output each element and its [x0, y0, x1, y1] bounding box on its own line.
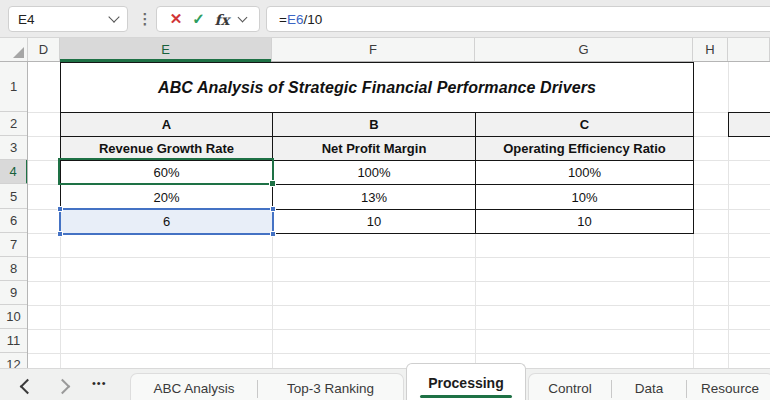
header-cell-c[interactable]: C — [475, 112, 694, 137]
excel-window: E4 ⋮ ✕ ✓ fx =E6/10 D E F G H 1 2 3 — [0, 0, 770, 400]
sheet-tab-group-right: Control Data Resource — [528, 373, 770, 400]
gridline — [28, 281, 770, 282]
column-headers: D E F G H — [0, 38, 770, 62]
worksheet-grid: D E F G H 1 2 3 4 5 6 7 8 9 10 11 12 — [0, 38, 770, 368]
cell-e5[interactable]: 20% — [60, 184, 273, 210]
row-header-1[interactable]: 1 — [0, 62, 27, 112]
column-header-h[interactable]: H — [693, 38, 728, 61]
gridline — [28, 305, 770, 306]
row-header-4[interactable]: 4 — [0, 160, 28, 184]
sheet-tab-bar: ••• ABC Analysis Top-3 Ranking Processin… — [0, 368, 770, 400]
sheet-tab-processing[interactable]: Processing — [406, 363, 526, 400]
name-box[interactable]: E4 — [8, 6, 128, 32]
sheet-tab-resource[interactable]: Resource — [687, 374, 770, 400]
all-sheets-icon[interactable]: ••• — [92, 377, 107, 389]
row-header-11[interactable]: 11 — [0, 329, 27, 353]
row-header-7[interactable]: 7 — [0, 233, 27, 257]
reference-handle[interactable] — [57, 206, 63, 212]
row-header-9[interactable]: 9 — [0, 281, 27, 305]
select-all-icon — [13, 47, 24, 58]
function-dropdown-icon[interactable] — [238, 12, 248, 22]
formula-text: =E6/10 — [279, 12, 322, 27]
name-box-value: E4 — [18, 12, 35, 27]
formula-cell-reference: E6 — [287, 12, 304, 27]
sheet-tab-control[interactable]: Control — [529, 374, 611, 400]
formula-bar-options-icon[interactable]: ⋮ — [136, 0, 154, 38]
gridline — [28, 353, 770, 354]
header-cell-a[interactable]: A — [60, 112, 273, 137]
row-header-8[interactable]: 8 — [0, 257, 27, 281]
reference-handle[interactable] — [270, 206, 276, 212]
row-header-6[interactable]: 6 — [0, 209, 27, 233]
cell-g4[interactable]: 100% — [475, 160, 694, 185]
header-cell-revenue-growth-rate[interactable]: Revenue Growth Rate — [60, 136, 273, 161]
sheet-tab-top-3-ranking[interactable]: Top-3 Ranking — [258, 374, 403, 400]
gridline — [28, 257, 770, 258]
cell-f6[interactable]: 10 — [272, 209, 476, 234]
row-header-12[interactable]: 12 — [0, 353, 27, 368]
header-cell-net-profit-margin[interactable]: Net Profit Margin — [272, 136, 476, 161]
prev-sheet-icon[interactable] — [20, 379, 36, 395]
reference-handle[interactable] — [57, 231, 63, 237]
row-headers: 1 2 3 4 5 6 7 8 9 10 11 12 — [0, 62, 28, 368]
row-header-2[interactable]: 2 — [0, 112, 27, 136]
select-all-button[interactable] — [0, 38, 28, 61]
table-title-cell[interactable]: ABC Analysis of Strategic Financial Perf… — [60, 62, 694, 113]
row-header-3[interactable]: 3 — [0, 136, 27, 160]
next-sheet-icon[interactable] — [55, 379, 71, 395]
formula-bar: E4 ⋮ ✕ ✓ fx =E6/10 — [0, 0, 770, 38]
sheet-tab-data[interactable]: Data — [612, 374, 686, 400]
column-header-d[interactable]: D — [28, 38, 60, 61]
column-header-f[interactable]: F — [272, 38, 475, 61]
cell-g5[interactable]: 10% — [475, 184, 694, 210]
reference-handle[interactable] — [270, 231, 276, 237]
cell-e6[interactable]: 6 — [60, 209, 273, 234]
gridline — [28, 329, 770, 330]
cell-f4[interactable]: 100% — [272, 160, 476, 185]
sheet-tab-abc-analysis[interactable]: ABC Analysis — [131, 374, 257, 400]
sheet-tab-group-left: ABC Analysis Top-3 Ranking — [130, 373, 404, 400]
header-cell-b[interactable]: B — [272, 112, 476, 137]
header-cell-operating-efficiency-ratio[interactable]: Operating Efficiency Ratio — [475, 136, 694, 161]
name-box-dropdown-icon[interactable] — [108, 11, 119, 22]
fill-handle[interactable] — [269, 180, 276, 187]
cell-e4[interactable]: 60% — [60, 160, 273, 185]
enter-button[interactable]: ✓ — [192, 10, 205, 28]
cancel-button[interactable]: ✕ — [170, 10, 183, 28]
column-header-partial[interactable] — [728, 38, 770, 61]
formula-input[interactable]: =E6/10 — [266, 6, 770, 32]
formula-buttons: ✕ ✓ fx — [156, 6, 260, 32]
row-header-5[interactable]: 5 — [0, 184, 27, 209]
active-tab-underline — [420, 395, 512, 398]
column-header-e[interactable]: E — [60, 38, 272, 61]
row-header-10[interactable]: 10 — [0, 305, 27, 329]
gridline — [728, 62, 729, 368]
header-cell-partial[interactable] — [728, 112, 770, 137]
cell-f5[interactable]: 13% — [272, 184, 476, 210]
cell-g6[interactable]: 10 — [475, 209, 694, 234]
insert-function-button[interactable]: fx — [214, 11, 229, 28]
column-header-g[interactable]: G — [475, 38, 693, 61]
